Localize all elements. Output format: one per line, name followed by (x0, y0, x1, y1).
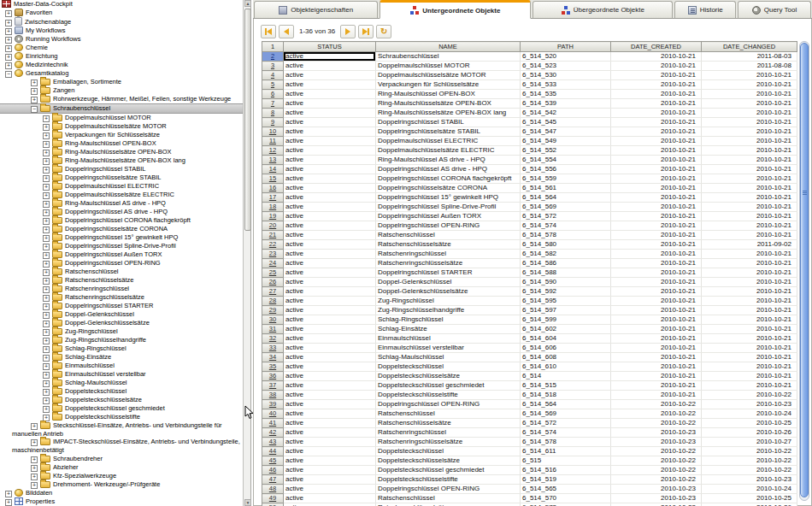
date-created-cell[interactable]: 2010-10-23 (611, 494, 702, 503)
column-header-status[interactable]: STATUS (284, 42, 376, 52)
last-page-button[interactable] (358, 25, 374, 38)
expand-icon[interactable]: + (43, 124, 50, 131)
date-changed-cell[interactable]: 2010-10-21 (702, 334, 797, 344)
date-created-cell[interactable]: 2010-10-21 (611, 306, 702, 315)
name-cell[interactable]: Doppelmaulschlüssel MOTOR (376, 62, 521, 71)
date-created-cell[interactable]: 2010-10-21 (611, 315, 702, 325)
name-cell[interactable]: Doppelringschlüssel CORONA flachgekröpft (376, 174, 521, 184)
tree-item-doppelringschl-ssel-15-gewinkelt-hpq[interactable]: +Doppelringschlüssel 15° gewinkelt HPQ (0, 233, 243, 242)
expand-icon[interactable]: + (5, 62, 12, 69)
tree-scroll-down-icon[interactable]: ▼ (244, 499, 251, 506)
date-created-cell[interactable]: 2010-10-21 (611, 381, 702, 391)
expand-icon[interactable]: + (31, 88, 38, 95)
name-cell[interactable]: Ratschenringschlüsselsätze (376, 259, 521, 268)
expand-icon[interactable]: + (43, 286, 50, 293)
date-changed-cell[interactable]: 2010-10-21 (702, 268, 797, 278)
name-cell[interactable]: Doppelmaulschlüssel ELECTRIC (376, 137, 521, 146)
status-cell[interactable]: active (284, 419, 376, 428)
row-number-cell[interactable]: 3 (262, 62, 284, 71)
path-cell[interactable]: 6_514_554 (521, 156, 611, 165)
name-cell[interactable]: Doppelsteckschlüssel geschmiedet (376, 466, 521, 475)
expand-icon[interactable]: + (43, 303, 50, 310)
path-cell[interactable]: 6_514_608 (521, 353, 611, 362)
path-cell[interactable]: 6_514_561 (521, 184, 611, 193)
tree-item-schraubendreher[interactable]: +Schraubendreher (0, 455, 243, 463)
expand-icon[interactable]: + (5, 54, 12, 61)
row-number-cell[interactable]: 27 (262, 287, 284, 297)
date-changed-cell[interactable]: 2010-10-21 (702, 212, 797, 221)
status-cell[interactable]: active (284, 400, 376, 409)
status-cell[interactable]: active (284, 353, 376, 362)
tree-item-properties[interactable]: +Properties (0, 497, 243, 506)
expand-icon[interactable]: + (5, 10, 12, 17)
tree-item-doppelmaulschl-ssels-tze-electric[interactable]: +Doppelmaulschlüsselsätze ELECTRIC (0, 191, 243, 199)
expand-icon[interactable]: + (5, 491, 12, 497)
row-number-cell[interactable]: 15 (262, 174, 284, 184)
date-changed-cell[interactable]: 2010-10-21 (702, 146, 797, 156)
date-created-cell[interactable]: 2010-10-22 (611, 409, 702, 419)
name-cell[interactable]: Schlag-Ringschlüssel (376, 315, 521, 325)
status-cell[interactable]: active (284, 485, 376, 494)
tree-item-schlag-eins-tze[interactable]: +Schlag-Einsätze (0, 353, 243, 362)
date-created-cell[interactable]: 2010-10-21 (611, 99, 702, 109)
status-cell[interactable]: active (284, 475, 376, 485)
expand-icon[interactable]: + (43, 218, 50, 225)
tab-objekteigenschaften[interactable]: Objekteigenschaften (254, 1, 378, 18)
expand-icon[interactable]: + (43, 201, 50, 208)
path-cell[interactable]: 6_514_519 (521, 475, 611, 485)
expand-icon[interactable]: + (43, 389, 50, 396)
date-created-cell[interactable]: 2010-10-21 (611, 372, 702, 381)
status-cell[interactable]: active (284, 391, 376, 400)
status-cell[interactable]: active (284, 109, 376, 118)
expand-icon[interactable]: + (43, 397, 50, 404)
name-cell[interactable]: Ratschenschlüsselsätze (376, 419, 521, 428)
date-changed-cell[interactable]: 2011-09-02 (702, 240, 797, 250)
date-created-cell[interactable]: 2010-10-23 (611, 428, 702, 438)
table-scrollbar[interactable] (799, 41, 809, 501)
date-changed-cell[interactable]: 2010-10-21 (702, 353, 797, 362)
date-changed-cell[interactable]: 2010-10-27 (702, 438, 797, 447)
date-created-cell[interactable]: 2010-10-22 (611, 400, 702, 409)
date-changed-cell[interactable]: 2010-10-22 (702, 447, 797, 456)
tree-item-zangen[interactable]: +Zangen (0, 86, 243, 95)
row-number-cell[interactable]: 26 (262, 278, 284, 287)
status-cell[interactable]: active (284, 447, 376, 456)
tree-scrollbar[interactable]: ▲ ▼ (243, 0, 251, 506)
date-changed-cell[interactable]: 2010-10-25 (702, 419, 797, 428)
date-created-cell[interactable]: 2010-10-21 (611, 278, 702, 287)
expand-icon[interactable]: + (43, 363, 50, 370)
name-cell[interactable]: Ring-Maulschlüsselsätze OPEN-BOX lang (376, 109, 521, 118)
status-cell[interactable]: active (284, 250, 376, 259)
path-cell[interactable]: 6_514_533 (521, 80, 611, 90)
name-cell[interactable]: Doppelringschlüssel 15° gewinkelt HPQ (376, 193, 521, 203)
tree-item-doppelringschl-ssel-as-drive-hpq[interactable]: +Doppelringschlüssel AS drive - HPQ (0, 208, 243, 216)
status-cell[interactable]: active (284, 146, 376, 156)
row-number-cell[interactable]: 42 (262, 428, 284, 438)
expand-icon[interactable]: + (43, 175, 50, 182)
name-cell[interactable]: Ring-Maulschlüssel OPEN-BOX (376, 90, 521, 99)
row-number-cell[interactable]: 46 (262, 466, 284, 475)
row-number-cell[interactable]: 49 (262, 494, 284, 503)
row-number-cell[interactable]: 34 (262, 353, 284, 362)
path-cell[interactable]: 6_514_556 (521, 165, 611, 174)
status-cell[interactable]: active (284, 240, 376, 250)
tree-item-einmaulschl-ssel[interactable]: +Einmaulschlüssel (0, 362, 243, 370)
status-cell[interactable]: active (284, 231, 376, 240)
path-cell[interactable]: 6_514_520 (521, 52, 611, 62)
expand-icon[interactable]: + (43, 141, 50, 148)
expand-icon[interactable]: + (43, 312, 50, 319)
first-page-button[interactable] (261, 25, 276, 38)
date-changed-cell[interactable]: 2010-10-22 (702, 466, 797, 475)
path-cell[interactable]: 6_514_606 (521, 344, 611, 353)
tree-item-doppel-gelenkschl-ssel[interactable]: +Doppel-Gelenkschlüssel (0, 310, 243, 319)
tree-item-gesamtkatalog[interactable]: −Gesamtkatalog (0, 69, 243, 78)
date-changed-cell[interactable]: 2010-10-21 (702, 231, 797, 240)
previous-page-button[interactable] (279, 25, 294, 38)
path-cell[interactable]: 6_514_515 (521, 381, 611, 391)
date-changed-cell[interactable]: 2010-10-23 (702, 400, 797, 409)
row-number-cell[interactable]: 36 (262, 372, 284, 381)
path-cell[interactable]: 6_514_610 (521, 362, 611, 372)
row-number-cell[interactable]: 32 (262, 334, 284, 344)
status-cell[interactable]: active (284, 80, 376, 90)
name-cell[interactable]: Zug-Ringschlüsselhandgriffe (376, 306, 521, 315)
